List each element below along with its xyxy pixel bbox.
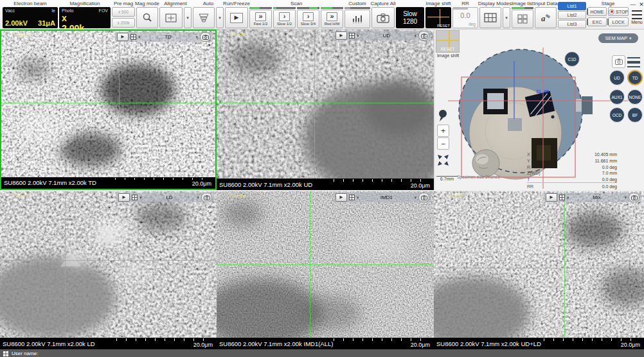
panel-detector-label[interactable]: UD — [361, 33, 413, 39]
stage-stop-button[interactable]: STOP — [608, 7, 629, 16]
panel-run-button[interactable]: ▶ — [118, 193, 130, 202]
panel-run-button[interactable]: ▶ — [117, 33, 129, 41]
input-data-button[interactable]: a — [535, 7, 557, 28]
scan-fast-half-button[interactable]: »Fast 1/2 — [249, 7, 272, 28]
sem-panel-ld[interactable]: Freeze ▶ ▾ LD ▾ SU8600 2.00kV 7.1mm x2.0… — [0, 190, 217, 349]
image-list-grid-icon — [517, 14, 528, 24]
panel-detector-label[interactable]: Mix — [571, 195, 623, 200]
chevron-down-icon[interactable]: ▾ — [195, 35, 198, 40]
map-scale-bar: 6.7mm — [436, 176, 458, 181]
detector-bf-button[interactable]: BF — [627, 107, 643, 123]
auto-button[interactable] — [193, 7, 215, 28]
chevron-down-icon[interactable]: ▾ — [414, 33, 416, 39]
scan-slow-half-button[interactable]: ›Slow 1/2 — [273, 7, 296, 28]
chevron-down-icon[interactable]: ▾ — [567, 195, 569, 200]
sem-micrograph — [1, 31, 215, 177]
panel-run-button[interactable]: ▶ — [335, 193, 347, 202]
panel-save-icon[interactable] — [132, 195, 138, 200]
scan-red-hm-button[interactable]: »Red H/M — [321, 7, 343, 28]
pre-mag-200k-button[interactable]: x 200k — [112, 18, 135, 28]
list1-tab[interactable]: List1 — [558, 2, 586, 10]
detector-aux1-button[interactable]: AUX1 — [609, 89, 625, 105]
image-shift-display[interactable]: RESET — [425, 7, 451, 28]
alignment-dropdown[interactable]: ▾ — [184, 7, 192, 28]
panel-detector-label[interactable]: IMD1 — [361, 195, 413, 200]
panel-camera-button[interactable] — [200, 32, 211, 42]
panel-camera-button[interactable] — [629, 193, 640, 202]
chevron-down-icon[interactable]: ▾ — [197, 195, 199, 200]
image-shift-reset-button[interactable]: RESET — [437, 24, 450, 28]
panel-detector-label[interactable]: TD — [143, 34, 194, 40]
magnification-display[interactable]: PhotoFOV x 2.00k63.5μm — [59, 7, 111, 28]
user-name-label: User name: — [12, 351, 38, 356]
display-modes-dropdown[interactable]: ▾ — [503, 7, 510, 28]
hamburger-menu-icon[interactable] — [632, 10, 642, 19]
map-image-shift-reset-button[interactable]: RESET — [436, 30, 460, 53]
alignment-button[interactable] — [159, 7, 183, 28]
chevron-down-icon[interactable]: ▾ — [139, 195, 142, 200]
detector-c1d-button[interactable]: C1D — [564, 51, 580, 67]
panel-camera-button[interactable] — [418, 193, 429, 202]
panel-camera-button[interactable] — [201, 193, 212, 202]
image-list-button[interactable] — [512, 7, 533, 28]
stage-home-button[interactable]: HOME — [587, 7, 607, 16]
sample-small-gray[interactable] — [508, 118, 522, 131]
map-menu-icon[interactable] — [627, 57, 640, 67]
sem-panel-mix[interactable]: Freeze ▶ ▾ Mix ▾ SU8600 2.00kV 7.1mm x2.… — [434, 190, 644, 349]
scan-slow-34-button[interactable]: ›Slow 3/4 — [297, 7, 319, 28]
map-camera-button[interactable] — [612, 55, 625, 68]
capture-all-button[interactable] — [371, 7, 395, 28]
sem-panel-td[interactable]: Freeze ▶ ▾ TD ▾ ▾ SU8600 2.00kV 7.1mm x2… — [0, 30, 217, 190]
sem-image-imd1[interactable]: Freeze ▶ ▾ IMD1 ▾ — [217, 190, 434, 338]
display-modes-button[interactable] — [479, 7, 501, 28]
stage-lock-button[interactable]: LOCK — [608, 17, 629, 26]
minimize-button[interactable]: — — [630, 1, 636, 8]
run-freeze-button[interactable]: ▶ — [225, 7, 248, 28]
stage-exc-button[interactable]: EXC — [587, 17, 607, 26]
close-button[interactable]: ✕ — [639, 1, 644, 8]
vacc-value: 2.00kV — [5, 19, 28, 27]
chevron-down-icon[interactable]: ▾ — [357, 33, 359, 39]
panel-run-button[interactable]: ▶ — [546, 193, 557, 202]
detector-none-button[interactable]: NONE — [627, 89, 643, 105]
sem-map-dropdown[interactable]: SEM MAP ▾ — [598, 33, 638, 43]
chevron-down-icon[interactable]: ▾ — [357, 195, 359, 200]
chevron-down-icon[interactable]: ▾ — [138, 35, 141, 40]
custom-button[interactable] — [344, 7, 370, 28]
list2-tab[interactable]: List2 — [558, 11, 586, 19]
map-pin-icon[interactable] — [438, 109, 448, 125]
sem-panel-imd1[interactable]: Freeze ▶ ▾ IMD1 ▾ SU8600 2.00kV 7.1mm x2… — [217, 190, 434, 349]
panel-detector-label[interactable]: LD — [144, 195, 195, 200]
map-fit-view-icon[interactable] — [438, 155, 449, 168]
detector-ud-button[interactable]: UD — [609, 70, 625, 85]
detector-td-button[interactable]: TD — [627, 70, 643, 85]
electron-beam-display[interactable]: VaccIe 2.00kV31μA — [3, 7, 58, 28]
map-zoom-out-button[interactable]: − — [437, 137, 449, 150]
chevron-down-icon[interactable]: ▾ — [414, 195, 416, 200]
sem-panel-ud[interactable]: Freeze ▶ ▾ UD ▾ SU8600 2.00kV 7.1mm x2.0… — [217, 30, 434, 190]
sem-image-ud[interactable]: Freeze ▶ ▾ UD ▾ — [217, 30, 434, 178]
panel-save-icon[interactable] — [349, 195, 355, 200]
scan-indicator — [249, 7, 272, 9]
map-zoom-in-button[interactable]: + — [437, 125, 449, 137]
panel-run-button[interactable]: ▶ — [335, 31, 347, 40]
panel-camera-button[interactable] — [418, 31, 429, 40]
scale-value: 20.0μm — [621, 341, 640, 349]
panel-save-icon[interactable] — [559, 195, 565, 200]
chevron-down-icon[interactable]: ▾ — [624, 195, 627, 200]
sem-image-td[interactable]: Freeze ▶ ▾ TD ▾ ▾ — [1, 31, 215, 177]
detector-ocd-button[interactable]: OCD — [609, 107, 625, 123]
panel-save-icon[interactable] — [349, 33, 355, 39]
panel-save-icon[interactable] — [130, 34, 136, 40]
ie-label: Ie — [51, 8, 55, 13]
pre-mag-500-button[interactable]: x 500 — [112, 7, 135, 17]
auto-dropdown[interactable]: ▾ — [216, 7, 224, 28]
sem-image-ld[interactable]: Freeze ▶ ▾ LD ▾ — [0, 190, 217, 338]
rr-display[interactable]: 0.0 deg — [452, 7, 478, 28]
chevron-down-icon[interactable]: ▾ — [208, 42, 210, 47]
mag-mode-button[interactable] — [136, 7, 158, 28]
image-caption-bar: SU8600 2.00kV 7.1mm x2.00k LD 20.0μm — [0, 338, 217, 349]
vacc-label: Vacc — [5, 8, 15, 13]
sem-image-mix[interactable]: Freeze ▶ ▾ Mix ▾ — [434, 190, 644, 338]
list3-tab[interactable]: List3 — [558, 20, 586, 28]
